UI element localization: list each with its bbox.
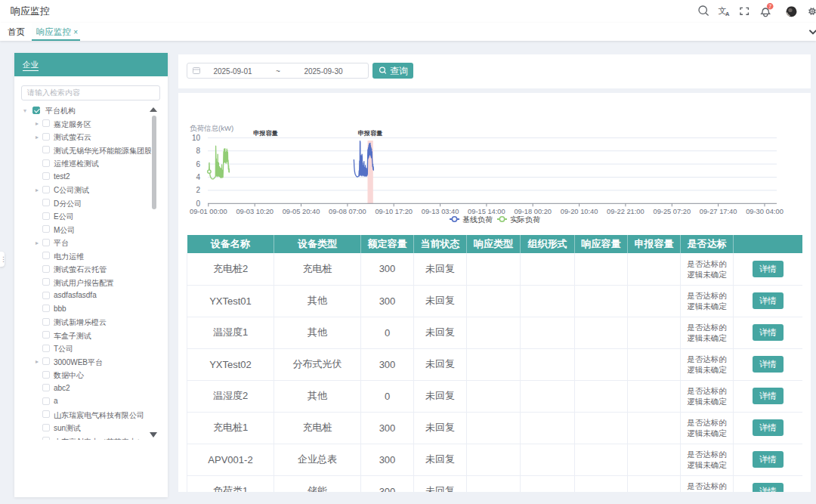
svg-text:0: 0 <box>196 199 200 208</box>
svg-text:09-20 10:40: 09-20 10:40 <box>561 208 598 215</box>
svg-text:申报容量: 申报容量 <box>358 129 383 137</box>
svg-text:查询: 查询 <box>390 66 408 76</box>
svg-text:09-18 00:20: 09-18 00:20 <box>514 208 552 215</box>
svg-text:09-03 10:20: 09-03 10:20 <box>236 208 274 215</box>
svg-text:负荷信息(kW): 负荷信息(kW) <box>190 124 233 132</box>
svg-text:10: 10 <box>192 134 201 142</box>
svg-text:~: ~ <box>276 67 280 76</box>
svg-text:09-05 20:40: 09-05 20:40 <box>283 208 320 215</box>
svg-text:09-22 21:00: 09-22 21:00 <box>607 208 644 215</box>
svg-text:2025-09-30: 2025-09-30 <box>304 67 343 76</box>
svg-text:2: 2 <box>196 186 200 194</box>
svg-text:6: 6 <box>196 160 200 169</box>
svg-text:7: 7 <box>768 4 771 9</box>
svg-text:8: 8 <box>196 147 200 155</box>
svg-text:09-30 04:00: 09-30 04:00 <box>746 208 784 215</box>
svg-text:09-27 17:40: 09-27 17:40 <box>700 208 737 215</box>
svg-text:基线负荷: 基线负荷 <box>462 215 493 224</box>
svg-text:09-13 03:40: 09-13 03:40 <box>422 208 459 215</box>
svg-text:4: 4 <box>196 173 200 181</box>
svg-text:申报容量: 申报容量 <box>253 129 278 137</box>
svg-text:09-10 17:20: 09-10 17:20 <box>375 208 413 215</box>
svg-text:2025-09-01: 2025-09-01 <box>213 67 252 76</box>
svg-text:09-01 00:00: 09-01 00:00 <box>190 208 227 215</box>
svg-text:09-15 14:00: 09-15 14:00 <box>468 208 505 215</box>
svg-text:A: A <box>725 11 730 17</box>
svg-text:09-25 07:20: 09-25 07:20 <box>653 208 691 215</box>
svg-text:实际负荷: 实际负荷 <box>510 215 540 224</box>
svg-text:09-08 07:00: 09-08 07:00 <box>329 208 366 215</box>
